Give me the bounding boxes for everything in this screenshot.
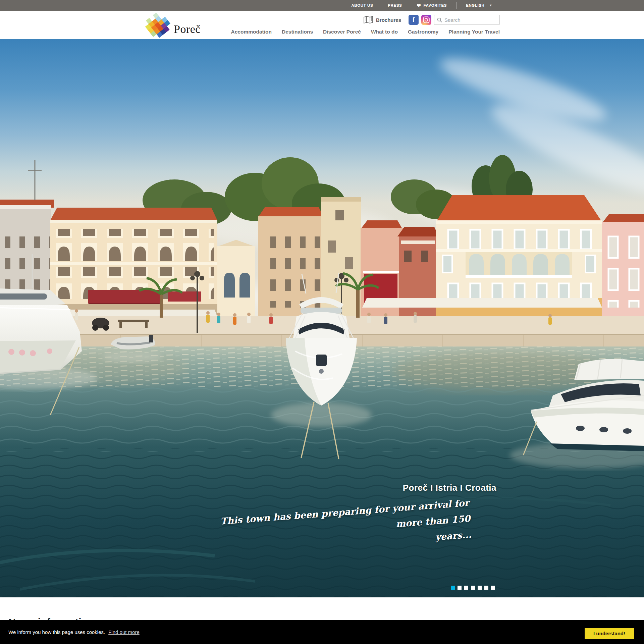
facebook-button[interactable]: f [409,15,419,25]
slide-dot-1[interactable] [451,586,455,590]
topbar: ABOUT US PRESS ❤ FAVORITES ENGLISH ▼ [0,0,644,11]
slide-dot-2[interactable] [458,586,462,590]
instagram-icon [423,16,430,23]
carousel-dots [451,586,498,590]
logo-wordmark: Poreč [174,23,201,36]
hero-slider: Poreč I Istria I Croatia This town has b… [0,39,644,597]
brochures-icon [364,16,373,23]
language-selector[interactable]: ENGLISH ▼ [459,0,500,11]
search-box [434,15,500,25]
topbar-link-about-us[interactable]: ABOUT US [344,0,380,11]
logo-heart-icon [143,10,174,41]
slide-dot-4[interactable] [471,586,475,590]
nav-discover-porec[interactable]: Discover Poreč [323,29,361,35]
caret-down-icon: ▼ [489,4,492,7]
main-nav: Accommodation Destinations Discover Pore… [221,29,500,35]
cookie-message: We inform you how this page uses cookies… [8,629,105,635]
cookie-bar: We inform you how this page uses cookies… [0,620,644,644]
slide-dot-3[interactable] [464,586,468,590]
nav-gastronomy[interactable]: Gastronomy [408,29,438,35]
cookie-find-out-more-link[interactable]: Find out more [108,629,140,635]
nav-accommodation[interactable]: Accommodation [231,29,272,35]
search-icon [437,17,442,22]
facebook-icon: f [413,16,415,24]
nav-what-to-do[interactable]: What to do [371,29,398,35]
slide-dot-5[interactable] [478,586,482,590]
language-label: ENGLISH [466,3,484,7]
brochures-button[interactable]: Brochures [364,16,401,23]
hero-location-title: Poreč I Istria I Croatia [403,483,496,493]
brochures-label: Brochures [376,17,401,23]
topbar-link-press[interactable]: PRESS [380,0,409,11]
cookie-accept-button[interactable]: I understand! [585,628,634,639]
nav-planning-your-travel[interactable]: Planning Your Travel [448,29,500,35]
site-logo[interactable]: Poreč [147,14,201,36]
slide-dot-6[interactable] [484,586,488,590]
heart-icon: ❤ [417,3,421,8]
topbar-link-favorites[interactable]: ❤ FAVORITES [409,0,454,11]
site-header: Poreč Brochures f [0,11,644,39]
nav-destinations[interactable]: Destinations [282,29,313,35]
instagram-button[interactable] [421,15,431,25]
search-input[interactable] [444,17,497,23]
topbar-divider [456,2,457,9]
slide-dot-7[interactable] [491,586,495,590]
favorites-label: FAVORITES [423,3,447,7]
